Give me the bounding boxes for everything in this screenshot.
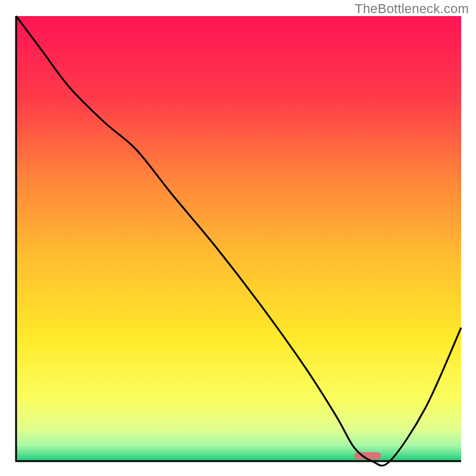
plot-background: [16, 16, 461, 461]
bottleneck-chart: [0, 0, 476, 476]
chart-container: TheBottleneck.com: [0, 0, 476, 476]
watermark-text: TheBottleneck.com: [355, 1, 469, 17]
